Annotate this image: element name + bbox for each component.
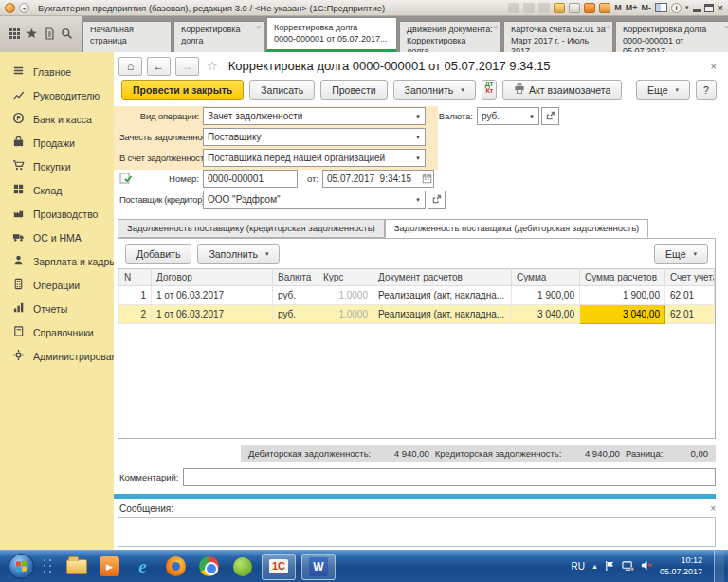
sidebar-item-main[interactable]: Главное — [0, 60, 114, 83]
firefox-icon[interactable] — [165, 555, 187, 577]
selected-cell[interactable]: 3 040,00 — [580, 305, 665, 324]
minimize-button[interactable] — [693, 9, 701, 12]
help-button[interactable]: ? — [696, 80, 717, 100]
tab-debt-correction-list[interactable]: × Корректировка долга — [173, 21, 264, 52]
calculator-icon[interactable] — [599, 3, 610, 13]
font-bigger-button[interactable]: M+ — [626, 3, 638, 12]
supplier-select[interactable]: ООО "Рэдфром" ▾ — [203, 191, 426, 209]
tab-doc-movements[interactable]: × Движения документа:Корректировка долга… — [399, 21, 501, 52]
calendar-picker-icon[interactable] — [420, 173, 433, 185]
sidebar-item-purchases[interactable]: Покупки — [0, 155, 114, 178]
muted-speaker-icon[interactable] — [641, 560, 653, 573]
close-messages-icon[interactable]: × — [710, 503, 716, 514]
clock-time: 10:12 — [660, 555, 702, 566]
close-tab-icon[interactable]: × — [256, 23, 261, 32]
show-postings-button[interactable]: Дт Кт — [482, 80, 497, 100]
print-icon[interactable] — [523, 3, 535, 13]
sidebar-item-production[interactable]: Производство — [0, 202, 114, 226]
offset-act-button[interactable]: Акт взаимозачета — [502, 80, 622, 100]
action-center-flag-icon[interactable] — [605, 560, 615, 573]
font-smaller-button[interactable]: M- — [642, 3, 652, 12]
sidebar-item-administration[interactable]: Администрирование — [0, 344, 114, 368]
media-player-icon[interactable]: ▶ — [99, 555, 120, 577]
save-button[interactable]: Записать — [249, 80, 315, 100]
link-icon[interactable] — [569, 3, 580, 13]
post-and-close-button[interactable]: Провести и закрыть — [121, 80, 244, 100]
against-select[interactable]: Поставщика перед нашей организацией ▾ — [203, 149, 426, 167]
close-doc-button[interactable]: × — [711, 61, 717, 72]
offset-select[interactable]: Поставщику ▾ — [203, 128, 426, 146]
sidebar-item-bank-cash[interactable]: Банк и касса — [0, 107, 114, 131]
taskbar-clock[interactable]: 10:12 05.07.2017 — [660, 555, 702, 577]
calendar-icon[interactable] — [584, 3, 595, 13]
start-button[interactable] — [9, 554, 34, 579]
history-page-icon[interactable] — [44, 27, 56, 42]
close-tab-icon[interactable]: × — [493, 23, 498, 32]
tab-debt-correction-doc-2[interactable]: × Корректировка долга0000-000001 от 05.0… — [615, 21, 728, 52]
onec-taskbar-button[interactable]: 1С — [262, 554, 296, 580]
comment-input[interactable] — [183, 468, 716, 486]
sidebar-item-directories[interactable]: Справочники — [0, 320, 114, 344]
tab-creditor-debt[interactable]: Задолженность поставщику (кредиторская з… — [118, 219, 385, 238]
show-desktop-button[interactable] — [714, 551, 724, 582]
search-icon[interactable] — [61, 27, 73, 42]
tab-debt-correction-doc[interactable]: Корректировка долга0000-000001 от 05.07.… — [266, 17, 397, 52]
sidebar-item-warehouse[interactable]: Склад — [0, 178, 114, 202]
calculator-icon — [12, 278, 25, 292]
menu-grid-icon[interactable] — [9, 27, 21, 42]
favorites-star-icon[interactable] — [26, 27, 38, 42]
green-app-icon[interactable] — [231, 555, 253, 577]
grid-fill-button[interactable]: Заполнить▾ — [197, 244, 280, 264]
sidebar-item-salary-hr[interactable]: Зарплата и кадры — [0, 249, 114, 273]
close-tab-icon[interactable]: × — [724, 23, 728, 32]
close-tab-icon[interactable]: × — [605, 23, 610, 32]
sidebar-item-operations[interactable]: Операции — [0, 273, 114, 297]
date-input[interactable]: 05.07.2017 9:34:15 — [322, 170, 434, 188]
gear-icon — [12, 349, 25, 363]
home-button[interactable]: ⌂ — [118, 57, 142, 76]
word-taskbar-button[interactable]: W — [301, 554, 336, 580]
sidebar-item-fixed-assets[interactable]: ОС и НМА — [0, 226, 114, 249]
tab-home[interactable]: Начальная страница — [82, 21, 172, 52]
back-button[interactable]: ← — [147, 57, 171, 76]
show-hidden-icons-button[interactable]: ▲ — [592, 563, 598, 570]
messages-splitter[interactable] — [114, 494, 716, 499]
grid-more-button[interactable]: Еще▾ — [654, 244, 708, 264]
close-window-button[interactable]: × — [718, 3, 723, 13]
internet-explorer-icon[interactable]: e — [132, 555, 154, 577]
network-icon[interactable] — [622, 560, 634, 573]
save-icon[interactable] — [508, 3, 519, 13]
favorites-icon[interactable] — [554, 3, 565, 13]
sidebar-item-sales[interactable]: Продажи — [0, 131, 114, 155]
favorite-star-icon[interactable]: ☆ — [207, 59, 218, 73]
currency-select[interactable]: руб. ▾ — [477, 107, 539, 125]
tab-account-card[interactable]: × Карточка счета 62.01 заМарт 2017 г. - … — [503, 21, 613, 52]
tab-debitor-debt[interactable]: Задолженность поставщика (дебиторская за… — [385, 219, 649, 238]
preview-icon[interactable] — [538, 3, 550, 13]
info-dropdown-icon[interactable]: ▾ — [685, 4, 689, 11]
fill-button[interactable]: Заполнить▾ — [393, 80, 476, 100]
sidebar-item-manager[interactable]: Руководителю — [0, 83, 114, 107]
restore-button[interactable] — [704, 4, 714, 12]
language-indicator[interactable]: RU — [572, 561, 585, 572]
operation-select[interactable]: Зачет задолженности ▾ — [203, 107, 426, 125]
sidebar-item-reports[interactable]: Отчеты — [0, 297, 114, 320]
table-row-selected[interactable]: 2 1 от 06.03.2017 руб. 1,0000 Реализация… — [119, 305, 715, 324]
edit-number-icon[interactable] — [119, 172, 135, 187]
chrome-icon[interactable] — [198, 555, 220, 577]
messages-panel[interactable] — [118, 517, 716, 547]
forward-button[interactable]: → — [175, 57, 199, 76]
currency-open-button[interactable] — [541, 107, 559, 125]
add-row-button[interactable]: Добавить — [125, 244, 191, 264]
info-icon[interactable]: i — [671, 3, 682, 13]
explorer-icon[interactable] — [65, 555, 87, 577]
font-normal-button[interactable]: M — [614, 3, 622, 12]
split-window-icon[interactable] — [655, 3, 667, 12]
system-menu-icon[interactable]: ▾ — [19, 3, 29, 13]
supplier-open-button[interactable] — [428, 191, 446, 209]
app-icon[interactable] — [5, 3, 15, 13]
more-button[interactable]: Еще▾ — [636, 80, 690, 100]
table-row[interactable]: 1 1 от 06.03.2017 руб. 1,0000 Реализация… — [119, 286, 715, 305]
number-input[interactable]: 0000-000001 — [203, 170, 298, 188]
post-button[interactable]: Провести — [320, 80, 387, 100]
